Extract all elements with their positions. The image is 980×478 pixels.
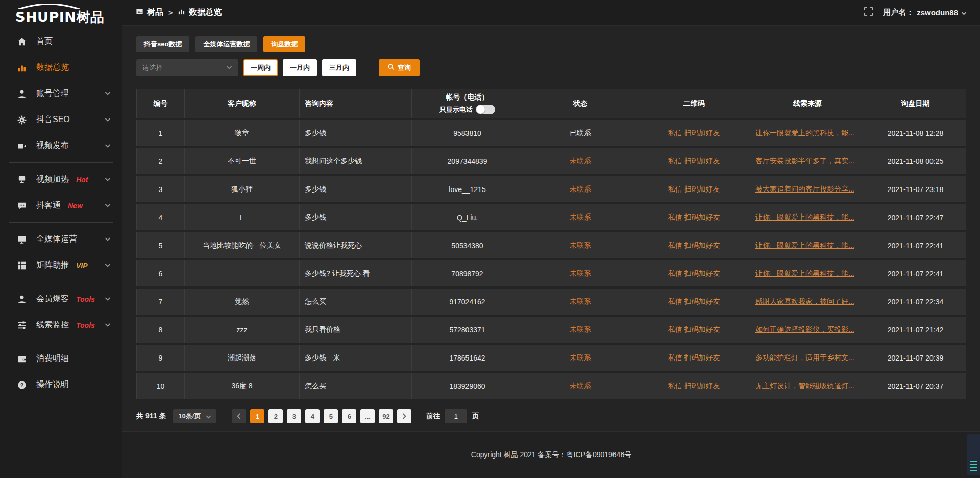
floating-widget[interactable]: [967, 434, 980, 475]
sidebar-item-video-heat[interactable]: 视频加热 Hot: [0, 166, 122, 193]
lead-source-link[interactable]: 如何正确选择投影仪，买投影...: [755, 325, 854, 333]
lead-source-link[interactable]: 让你一眼就爱上的黑科技，能...: [755, 241, 854, 249]
tab-douyin-seo-data[interactable]: 抖音seo数据: [136, 36, 189, 52]
lead-source-link[interactable]: 让你一眼就爱上的黑科技，能...: [755, 129, 854, 137]
sidebar-item-label: 抖客通: [36, 200, 61, 211]
toggle-knob: [476, 105, 485, 114]
tab-inquiry-data[interactable]: 询盘数据: [263, 36, 305, 52]
sidebar-item-account-management[interactable]: 账号管理: [0, 81, 122, 107]
app-root: SHUPIN树品 首页 数据总览 账号管理 抖音SEO 视频发布: [0, 0, 980, 478]
scan-add-friend-link[interactable]: 扫码加好友: [684, 213, 720, 221]
scan-add-friend-link[interactable]: 扫码加好友: [684, 325, 720, 333]
sidebar-item-member-burst[interactable]: 会员爆客 Tools: [0, 286, 122, 312]
cell-nickname: 潮起潮落: [185, 345, 300, 371]
sidebar-item-instructions[interactable]: ? 操作说明: [0, 372, 122, 398]
user-menu[interactable]: 用户名：zswodun88: [883, 8, 967, 17]
scan-add-friend-link[interactable]: 扫码加好友: [684, 297, 720, 305]
page-ellipsis-button[interactable]: ...: [360, 409, 375, 423]
page-button-3[interactable]: 3: [287, 409, 301, 423]
prev-page-button[interactable]: [232, 409, 246, 423]
sidebar-item-douketong[interactable]: 抖客通 New: [0, 193, 122, 219]
scan-add-friend-link[interactable]: 扫码加好友: [684, 185, 720, 193]
sidebar-item-lead-monitor[interactable]: 线索监控 Tools: [0, 312, 122, 338]
cell-qrcode: 私信扫码加好友: [638, 120, 750, 146]
page-button-5[interactable]: 5: [324, 409, 338, 423]
lead-source-link[interactable]: 无主灯设计，智能磁吸轨道灯...: [755, 381, 854, 390]
sidebar-item-label: 账号管理: [36, 88, 69, 99]
cell-status: 未联系: [523, 289, 638, 315]
scan-add-friend-link[interactable]: 扫码加好友: [684, 157, 720, 165]
scan-add-friend-link[interactable]: 扫码加好友: [684, 241, 720, 249]
tab-omnimedia-data[interactable]: 全媒体运营数据: [195, 36, 257, 52]
table-row: 2 不可一世 我想问这个多少钱 2097344839 未联系 私信扫码加好友 客…: [136, 148, 966, 174]
table-row: 4 L 多少钱 Q_Liu. 未联系 私信扫码加好友 让你一眼就爱上的黑科技，能…: [136, 204, 966, 230]
cell-source: 如何正确选择投影仪，买投影...: [750, 317, 865, 343]
private-message-link[interactable]: 私信: [668, 353, 682, 362]
range-month-button[interactable]: 一月内: [283, 59, 317, 76]
scan-add-friend-link[interactable]: 扫码加好友: [684, 353, 720, 362]
private-message-link[interactable]: 私信: [668, 381, 682, 390]
private-message-link[interactable]: 私信: [668, 269, 682, 277]
phone-only-toggle[interactable]: [476, 105, 495, 114]
chevron-down-icon: [105, 323, 111, 327]
private-message-link[interactable]: 私信: [668, 129, 682, 137]
cell-nickname: 觉然: [185, 289, 300, 315]
sidebar-item-data-overview[interactable]: 数据总览: [0, 55, 122, 81]
next-page-button[interactable]: [397, 409, 411, 423]
lead-source-link[interactable]: 多功能护栏灯，适用于乡村文...: [755, 353, 854, 362]
sidebar-item-video-publish[interactable]: 视频发布: [0, 133, 122, 159]
chevron-down-icon: [961, 8, 967, 17]
wallet-icon: [17, 354, 29, 364]
cell-account: 178651642: [412, 345, 523, 371]
private-message-link[interactable]: 私信: [668, 297, 682, 305]
lead-source-link[interactable]: 被大家追着问的客厅投影分享...: [755, 185, 854, 193]
scan-add-friend-link[interactable]: 扫码加好友: [684, 381, 720, 390]
private-message-link[interactable]: 私信: [668, 241, 682, 249]
cell-source: 多功能护栏灯，适用于乡村文...: [750, 345, 865, 371]
goto-page-input[interactable]: [445, 409, 467, 423]
lead-source-link[interactable]: 让你一眼就爱上的黑科技，能...: [755, 269, 854, 277]
lead-source-link[interactable]: 感谢大家喜欢我家，被问了好...: [755, 297, 854, 305]
sidebar-item-home[interactable]: 首页: [0, 29, 122, 55]
cell-id: 6: [136, 260, 185, 286]
cell-nickname: zzz: [185, 317, 300, 343]
page-button-92[interactable]: 92: [379, 409, 393, 423]
scan-add-friend-link[interactable]: 扫码加好友: [684, 269, 720, 277]
lead-source-link[interactable]: 客厅安装投影半年多了，真实...: [755, 157, 854, 165]
sidebar-item-label: 会员爆客: [36, 294, 69, 304]
private-message-link[interactable]: 私信: [668, 213, 682, 221]
account-select[interactable]: 请选择: [136, 59, 238, 76]
page-button-4[interactable]: 4: [305, 409, 320, 423]
private-message-link[interactable]: 私信: [668, 157, 682, 165]
sidebar-item-expense-detail[interactable]: 消费明细: [0, 346, 122, 372]
range-week-button[interactable]: 一周内: [243, 59, 278, 76]
cell-qrcode: 私信扫码加好友: [638, 148, 750, 174]
breadcrumb-root[interactable]: 树品: [147, 7, 163, 18]
page-button-1[interactable]: 1: [250, 409, 264, 423]
table-row: 9 潮起潮落 多少钱一米 178651642 未联系 私信扫码加好友 多功能护栏…: [136, 345, 966, 371]
cell-id: 1: [136, 120, 185, 146]
cell-date: 2021-11-07 22:34: [865, 289, 966, 315]
page-button-6[interactable]: 6: [342, 409, 356, 423]
private-message-link[interactable]: 私信: [668, 325, 682, 333]
cell-qrcode: 私信扫码加好友: [638, 176, 750, 202]
fullscreen-icon[interactable]: [864, 7, 873, 18]
sidebar-item-douyin-seo[interactable]: 抖音SEO: [0, 107, 122, 133]
cell-id: 9: [136, 345, 185, 371]
cell-status: 未联系: [523, 176, 638, 202]
chevron-down-icon: [105, 237, 111, 241]
sidebar-item-matrix-boost[interactable]: 矩阵助推 VIP: [0, 252, 122, 278]
chevron-down-icon: [105, 204, 111, 207]
page-button-2[interactable]: 2: [268, 409, 283, 423]
data-tabs: 抖音seo数据 全媒体运营数据 询盘数据: [136, 26, 966, 52]
sidebar-item-label: 数据总览: [36, 62, 69, 73]
sidebar-item-omnimedia[interactable]: 全媒体运营: [0, 226, 122, 252]
private-message-link[interactable]: 私信: [668, 185, 682, 193]
page-size-select[interactable]: 10条/页: [173, 409, 216, 423]
range-quarter-button[interactable]: 三月内: [322, 59, 356, 76]
main-content: 抖音seo数据 全媒体运营数据 询盘数据 请选择 一周内 一月内 三月内 查询: [122, 26, 980, 431]
col-qrcode: 二维码: [638, 89, 750, 118]
query-button[interactable]: 查询: [379, 59, 420, 76]
lead-source-link[interactable]: 让你一眼就爱上的黑科技，能...: [755, 213, 854, 221]
scan-add-friend-link[interactable]: 扫码加好友: [684, 129, 720, 137]
